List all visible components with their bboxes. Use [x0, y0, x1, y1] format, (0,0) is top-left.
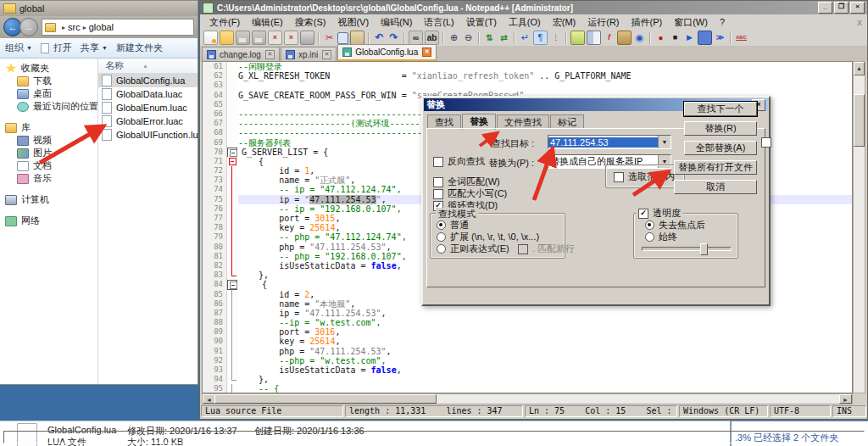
file-row-4[interactable]: GlobalUIFunction.luac [98, 128, 198, 142]
code-line-88[interactable]: 88 --ip = "w.test.com", [203, 318, 852, 327]
find-icon[interactable]: ∞ [409, 31, 423, 45]
close-tab-icon[interactable]: ✕ [322, 50, 331, 59]
sync-horizontal-icon[interactable]: ⇄ [498, 31, 510, 44]
macro-record-icon[interactable]: ● [654, 31, 667, 44]
sidebar-item-13[interactable]: 网络 [0, 215, 97, 227]
open-button[interactable]: 打开 [41, 42, 72, 54]
menu-item-4[interactable]: 编码(N) [375, 16, 418, 29]
user-dialog-icon[interactable] [570, 31, 585, 45]
chevron-down-icon[interactable]: ▼ [658, 136, 670, 148]
fold-marker[interactable] [227, 232, 238, 242]
opacity-on-losing-focus-radio[interactable]: 失去焦点后 [645, 219, 705, 231]
spellcheck-icon[interactable]: ABC [735, 31, 748, 44]
scroll-up-icon[interactable]: ▲ [854, 62, 865, 75]
menu-item-6[interactable]: 设置(T) [460, 16, 503, 29]
breadcrumb[interactable]: ▸ src ▸ global [42, 19, 194, 36]
scroll-left-icon[interactable]: ◄ [203, 394, 215, 404]
file-row-1[interactable]: GlobalData.luac [98, 87, 198, 101]
breadcrumb-item-global[interactable]: global [89, 22, 114, 32]
code-line-87[interactable]: 87 ip = "47.111.254.53", [203, 309, 852, 318]
fold-marker[interactable] [227, 299, 238, 309]
save-all-icon[interactable] [252, 31, 266, 45]
fold-marker[interactable] [227, 365, 238, 375]
fold-marker[interactable] [227, 280, 237, 290]
macro-save-icon[interactable] [698, 31, 712, 45]
mode-regex-radio[interactable]: 正则表达式(E) [437, 243, 509, 255]
find-target-input[interactable]: 47.111.254.53 ▼ [548, 135, 671, 149]
close-tab-icon[interactable]: ✕ [265, 50, 275, 59]
opacity-slider[interactable] [642, 247, 732, 251]
sidebar-item-7[interactable]: 图片 [0, 147, 97, 159]
mode-normal-radio[interactable]: 普通 [437, 219, 469, 231]
fold-marker[interactable] [227, 176, 238, 185]
scrollbar-thumb[interactable] [214, 394, 437, 404]
copy-icon[interactable] [337, 32, 348, 44]
new-folder-button[interactable]: 新建文件夹 [116, 42, 163, 54]
doc-map-icon[interactable] [587, 31, 601, 45]
fold-marker[interactable] [227, 384, 238, 393]
fold-marker[interactable] [227, 204, 238, 214]
new-file-icon[interactable] [203, 31, 218, 45]
undo-icon[interactable]: ↶ [373, 31, 386, 44]
sidebar-item-6[interactable]: 视频 [0, 134, 97, 147]
code-line-92[interactable]: 92 --php = "w.test.com", [203, 356, 852, 365]
transparency-checkbox[interactable]: ✓透明度 [637, 207, 682, 220]
close-icon[interactable]: × [268, 31, 282, 45]
menu-item-0[interactable]: 文件(F) [203, 16, 246, 29]
organize-button[interactable]: 组织▼ [5, 42, 32, 54]
tab-globalconfig-lua[interactable]: GlobalConfig.lua ✕ [337, 44, 437, 61]
dialog-corner-checkbox[interactable] [761, 137, 776, 148]
tab-change-log[interactable]: change.log ✕ [202, 47, 280, 61]
sidebar-item-9[interactable]: 音乐 [0, 172, 97, 185]
column-header-name[interactable]: 名称▲ [98, 59, 198, 74]
fold-marker[interactable] [227, 356, 238, 365]
dialog-tab-find-in-files[interactable]: 文件查找 [497, 114, 549, 129]
vertical-scrollbar[interactable]: ▲ [853, 61, 865, 393]
menu-item-9[interactable]: 运行(R) [581, 16, 625, 29]
fold-marker[interactable] [227, 252, 238, 261]
fold-marker[interactable] [227, 375, 238, 384]
close-button[interactable]: × [850, 2, 865, 14]
option-checkbox-2[interactable]: 匹配大小写(C) [433, 187, 507, 200]
scrollbar-thumb[interactable] [854, 94, 865, 147]
file-row-2[interactable]: GlobalEnum.luac [98, 101, 198, 114]
menu-item-12[interactable]: ? [714, 17, 731, 27]
horizontal-scrollbar[interactable]: ◄ ► [202, 393, 853, 404]
replace-icon[interactable]: ab [425, 31, 439, 45]
close-tab-icon[interactable]: ✕ [422, 47, 431, 57]
fold-marker[interactable] [227, 270, 238, 280]
cut-icon[interactable]: ✂ [323, 31, 336, 44]
code-line-94[interactable]: 94 }, [203, 375, 852, 384]
menu-item-8[interactable]: 宏(M) [547, 16, 582, 29]
indent-guide-icon[interactable]: ⋮ [549, 31, 562, 44]
zoom-out-icon[interactable]: ⊖ [462, 31, 475, 44]
wrap-icon[interactable]: ↵ [519, 31, 531, 44]
macro-play-icon[interactable]: ▶ [683, 31, 696, 44]
menu-item-10[interactable]: 插件(P) [626, 16, 669, 29]
replace-all-open-button[interactable]: 替换所有打开文件 [674, 160, 757, 175]
macro-stop-icon[interactable]: ■ [669, 31, 682, 44]
fold-marker[interactable] [227, 327, 238, 337]
fold-marker[interactable] [227, 223, 238, 232]
sidebar-item-8[interactable]: 文档 [0, 159, 97, 172]
fold-marker[interactable] [227, 185, 238, 194]
sidebar-item-0[interactable]: 收藏夹 [0, 62, 97, 75]
scroll-right-icon[interactable]: ► [839, 394, 852, 404]
zoom-in-icon[interactable]: ⊕ [448, 31, 460, 44]
fold-marker[interactable] [227, 166, 238, 176]
find-next-button[interactable]: 查找下一个 [684, 102, 757, 116]
show-all-chars-icon[interactable]: ¶ [533, 31, 548, 45]
option-checkbox-0[interactable]: 反向查找 [433, 155, 485, 168]
redo-icon[interactable]: ↷ [387, 31, 400, 44]
fold-marker[interactable] [227, 337, 238, 346]
explorer-titlebar[interactable]: global [0, 1, 198, 16]
folder-workspace-icon[interactable] [617, 31, 632, 45]
sidebar-item-3[interactable]: 最近访问的位置 [0, 100, 97, 113]
dialog-tab-find[interactable]: 查找 [427, 114, 461, 129]
fold-marker[interactable] [227, 309, 238, 318]
mode-extended-radio[interactable]: 扩展 (\n, \r, \t, \0, \x...) [437, 231, 539, 243]
fold-marker[interactable] [227, 148, 237, 158]
opacity-always-radio[interactable]: 始终 [645, 231, 677, 243]
sidebar-item-1[interactable]: 下载 [0, 75, 97, 87]
code-line-89[interactable]: 89 port = 3016, [203, 327, 852, 337]
